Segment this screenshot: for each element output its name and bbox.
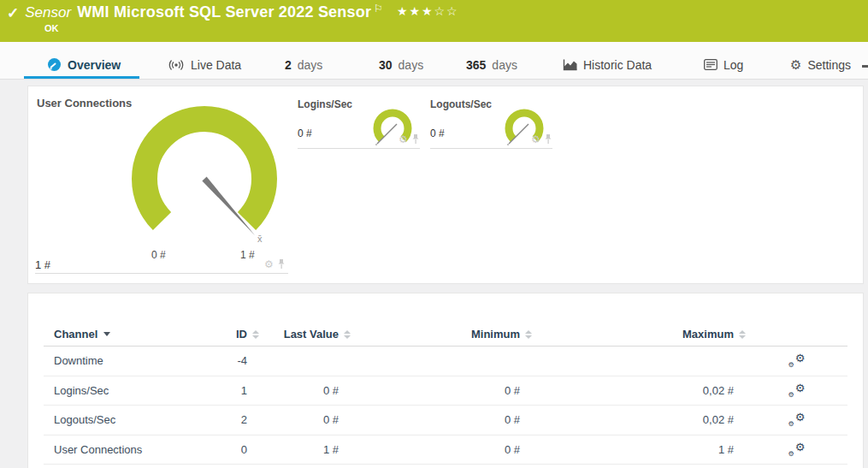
logins-sec-gauge (367, 103, 418, 154)
area-chart-icon (563, 59, 577, 71)
tab-historic-data-label: Historic Data (583, 58, 652, 72)
channel-id: -4 (206, 354, 259, 367)
divider (35, 273, 288, 274)
sort-arrows-icon (252, 330, 259, 339)
active-tab-underline (24, 76, 139, 79)
tab-overview[interactable]: Overview (47, 50, 121, 79)
gauges-panel: User Connections x̄ 0 # 1 # 1 # ⚙ Logins… (27, 86, 864, 284)
tab-log[interactable]: Log (704, 50, 743, 79)
small-gauge-1-title: Logins/Sec (298, 98, 352, 110)
sort-arrows-icon (344, 330, 351, 339)
tab-bar: Overview Live Data 2 days 30 days 365 da… (0, 42, 868, 80)
gauge-mean-marker: x̄ (257, 234, 263, 244)
small-gauge-1-tools: ⚙ (399, 133, 420, 145)
tab-historic-data[interactable]: Historic Data (563, 50, 652, 79)
small-gauge-2-title: Logouts/Sec (430, 98, 492, 110)
tab-live-data-label: Live Data (191, 58, 241, 72)
gauge-scale-max: 1 # (240, 249, 255, 261)
gauge-icon (47, 57, 62, 72)
small-gauge-2-value: 0 # (430, 127, 445, 139)
small-gauge-2-tools: ⚙ (531, 133, 552, 145)
small-gauge-1-value: 0 # (298, 127, 312, 139)
pin-icon[interactable] (277, 258, 286, 270)
channel-last-value: 0 # (259, 413, 351, 426)
pin-icon[interactable] (411, 133, 420, 145)
channel-settings-gears-icon[interactable]: ⚙ ⚙ (788, 383, 806, 398)
primary-gauge-value: 1 # (35, 258, 50, 271)
table-row[interactable]: Downtime -4 ⚙ ⚙ (44, 347, 847, 376)
channel-id: 2 (206, 413, 259, 426)
gear-icon[interactable]: ⚙ (264, 259, 274, 270)
gauge-scale-min: 0 # (151, 249, 166, 261)
pin-icon[interactable] (544, 133, 552, 145)
col-header-id[interactable]: ID (206, 328, 259, 341)
channel-maximum: 1 # (532, 443, 746, 456)
status-badge: OK (44, 23, 59, 33)
partial-tab-icon[interactable] (862, 65, 868, 68)
channel-settings-gears-icon[interactable]: ⚙ ⚙ (788, 353, 806, 368)
gear-icon: ⚙ (790, 58, 801, 71)
broadcast-icon (168, 59, 185, 71)
tab-2-days-number: 2 (285, 58, 292, 72)
tab-365-days[interactable]: 365 days (466, 50, 517, 79)
tab-2-days[interactable]: 2 days (285, 50, 322, 79)
flag-icon[interactable]: ⚐ (374, 3, 383, 15)
channel-name[interactable]: Downtime (44, 354, 206, 367)
tab-365-days-number: 365 (466, 58, 486, 72)
priority-stars[interactable]: ★★★☆☆ (397, 4, 459, 18)
channel-id: 1 (206, 384, 259, 397)
status-check-icon: ✓ (7, 4, 19, 22)
channel-name[interactable]: Logins/Sec (44, 384, 206, 397)
tab-overview-label: Overview (68, 58, 121, 72)
tab-365-days-unit: days (492, 58, 517, 72)
primary-gauge-tools: ⚙ (264, 258, 286, 270)
channel-name[interactable]: Logouts/Sec (44, 413, 206, 426)
sort-caret-icon (103, 332, 110, 336)
gear-icon[interactable]: ⚙ (531, 134, 540, 145)
sensor-title: WMI Microsoft SQL Server 2022 Sensor (77, 3, 371, 21)
sort-arrows-icon (525, 330, 532, 339)
channel-id: 0 (206, 443, 259, 456)
table-row[interactable]: Logouts/Sec 2 0 # 0 # 0,02 # ⚙ ⚙ (44, 406, 847, 435)
log-list-icon (704, 59, 717, 70)
object-kind-label: Sensor (25, 4, 71, 21)
gear-icon[interactable]: ⚙ (399, 134, 408, 145)
tab-live-data[interactable]: Live Data (168, 50, 241, 79)
col-header-maximum[interactable]: Maximum (532, 328, 746, 341)
tab-2-days-unit: days (298, 58, 323, 72)
channel-settings-gears-icon[interactable]: ⚙ ⚙ (788, 412, 806, 427)
tab-30-days-number: 30 (379, 58, 393, 72)
col-header-last-value[interactable]: Last Value (259, 328, 351, 341)
tab-30-days-unit: days (399, 58, 424, 72)
channel-maximum: 0,02 # (532, 384, 746, 397)
logouts-sec-gauge (499, 103, 550, 154)
channel-minimum: 0 # (351, 443, 532, 456)
channel-settings-gears-icon[interactable]: ⚙ ⚙ (788, 442, 806, 457)
sort-arrows-icon (739, 330, 746, 339)
col-header-minimum[interactable]: Minimum (351, 328, 532, 341)
table-row[interactable]: User Connections 0 1 # 0 # 1 # ⚙ ⚙ (44, 435, 847, 465)
sensor-header: ✓ Sensor WMI Microsoft SQL Server 2022 S… (0, 0, 868, 42)
table-row[interactable]: Logins/Sec 1 0 # 0 # 0,02 # ⚙ ⚙ (44, 376, 847, 406)
divider (298, 148, 420, 149)
primary-gauge-title: User Connections (37, 97, 132, 110)
divider (430, 148, 552, 149)
tab-settings-label: Settings (807, 58, 851, 72)
channels-table: Channel ID Last Value Minimum Maximum (44, 293, 847, 465)
channel-minimum: 0 # (351, 384, 532, 397)
tab-settings[interactable]: ⚙ Settings (790, 50, 851, 79)
tab-log-label: Log (723, 58, 743, 72)
col-header-channel[interactable]: Channel (44, 328, 206, 341)
channel-name[interactable]: User Connections (44, 443, 206, 456)
table-header-row: Channel ID Last Value Minimum Maximum (44, 293, 847, 347)
channel-last-value: 1 # (259, 443, 351, 456)
tab-30-days[interactable]: 30 days (379, 50, 423, 79)
channel-last-value: 0 # (259, 384, 351, 397)
channels-panel: Channel ID Last Value Minimum Maximum (27, 293, 864, 468)
channel-minimum: 0 # (351, 413, 532, 426)
channel-maximum: 0,02 # (532, 413, 746, 426)
